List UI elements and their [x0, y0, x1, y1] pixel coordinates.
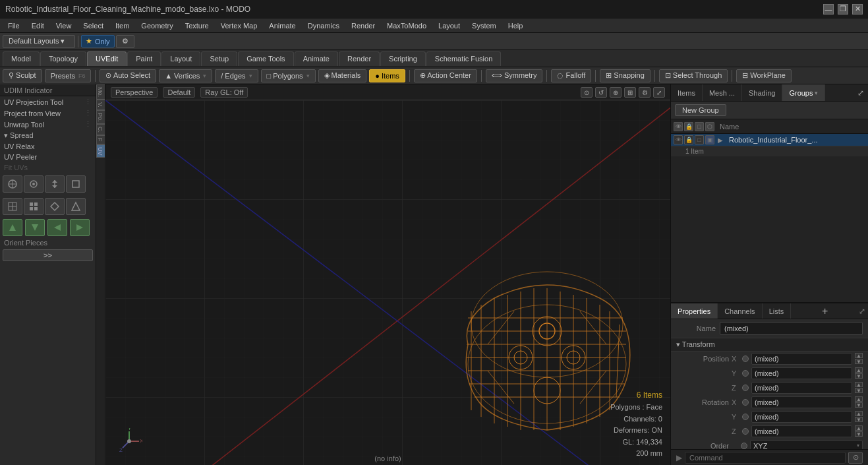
presets-btn[interactable]: PresetsF6: [45, 69, 92, 82]
vp-label-raygl[interactable]: Ray GL: Off: [200, 87, 248, 98]
only-indicator[interactable]: ★Only: [81, 35, 115, 47]
mode-tab-setup[interactable]: Setup: [201, 51, 237, 66]
materials-btn[interactable]: ◈ Materials: [318, 69, 367, 82]
menu-item-geometry[interactable]: Geometry: [136, 20, 178, 31]
uv-projection-tool[interactable]: UV Projection Tool ⋮: [0, 96, 96, 108]
rot-x-input[interactable]: [751, 396, 852, 408]
rot-x-down[interactable]: ▼: [855, 402, 863, 408]
tab-mesh[interactable]: Mesh ...: [703, 84, 742, 101]
item-icon-eye[interactable]: 👁: [674, 135, 683, 144]
rot-y-input[interactable]: [751, 411, 852, 423]
col-icon-mesh[interactable]: ⬡: [705, 122, 714, 131]
vp-label-perspective[interactable]: Perspective: [111, 87, 158, 98]
side-label-me[interactable]: Me.: [96, 84, 105, 100]
rot-z-circle[interactable]: [742, 428, 749, 435]
minimize-button[interactable]: —: [823, 4, 834, 15]
prop-add-btn[interactable]: +: [818, 305, 832, 317]
menu-item-vertex-map[interactable]: Vertex Map: [216, 20, 263, 31]
menu-item-texture[interactable]: Texture: [180, 20, 214, 31]
rot-y-circle[interactable]: [742, 414, 749, 420]
action-center-btn[interactable]: ⊕ Action Center: [414, 69, 477, 82]
order-circle[interactable]: [741, 443, 747, 449]
pos-x-circle[interactable]: [742, 356, 749, 362]
pos-x-down[interactable]: ▼: [855, 359, 863, 364]
prop-expand-btn[interactable]: ⤢: [859, 307, 865, 316]
tab-groups[interactable]: Groups ▾: [782, 84, 825, 101]
side-label-f[interactable]: F: [96, 135, 105, 144]
arrow-right-btn[interactable]: [70, 219, 90, 236]
rot-z-down[interactable]: ▼: [855, 431, 863, 437]
pos-z-down[interactable]: ▼: [855, 388, 863, 393]
mode-tab-topology[interactable]: Topology: [40, 51, 86, 66]
transform-header[interactable]: ▾ Transform: [671, 338, 868, 352]
icon-btn-5[interactable]: [3, 198, 22, 215]
mode-tab-layout[interactable]: Layout: [161, 51, 200, 66]
side-label-v[interactable]: V.: [96, 100, 105, 110]
mode-tab-game-tools[interactable]: Game Tools: [238, 51, 294, 66]
mode-tab-uvedit[interactable]: UVEdit: [87, 51, 127, 66]
arrow-down-btn[interactable]: [25, 219, 45, 236]
pos-y-circle[interactable]: [742, 370, 749, 377]
rot-x-up[interactable]: ▲: [855, 396, 863, 402]
pos-z-up[interactable]: ▲: [855, 382, 863, 387]
side-label-uv[interactable]: UV: [96, 144, 105, 158]
close-button[interactable]: ✕: [852, 4, 863, 15]
items-btn[interactable]: ● Items: [369, 69, 405, 82]
pos-y-up[interactable]: ▲: [855, 367, 863, 373]
prop-tab-channels[interactable]: Channels: [718, 303, 762, 319]
menu-item-maxtomodo[interactable]: MaxToModo: [382, 20, 432, 31]
menu-item-layout[interactable]: Layout: [433, 20, 465, 31]
pos-z-circle[interactable]: [742, 385, 749, 391]
mode-tab-schematic-fusion[interactable]: Schematic Fusion: [426, 51, 501, 66]
fit-uvs[interactable]: Fit UVs: [0, 162, 96, 173]
new-group-button[interactable]: New Group: [675, 104, 726, 116]
mode-tab-paint[interactable]: Paint: [127, 51, 161, 66]
mode-tab-render[interactable]: Render: [339, 51, 380, 66]
cmd-go-btn[interactable]: ⊙: [848, 452, 863, 464]
col-icon-lock[interactable]: 🔒: [684, 122, 693, 131]
pos-y-input[interactable]: [751, 367, 852, 379]
rp-expand-btn[interactable]: ⤢: [854, 87, 868, 99]
menu-item-system[interactable]: System: [467, 20, 502, 31]
symmetry-btn[interactable]: ⟺ Symmetry: [486, 69, 543, 82]
left-bottom-btn[interactable]: >>: [3, 249, 93, 261]
vp-icon-zoom[interactable]: ⊕: [610, 87, 622, 98]
menu-item-dynamics[interactable]: Dynamics: [303, 20, 345, 31]
maximize-button[interactable]: ❐: [838, 4, 848, 15]
order-select[interactable]: XYZ ▾: [750, 440, 863, 450]
vp-icon-expand[interactable]: ⤢: [653, 87, 665, 98]
polygons-btn[interactable]: □ Polygons▾: [261, 69, 316, 82]
spread-item[interactable]: ▾ Spread: [0, 130, 96, 141]
settings-btn[interactable]: ⚙: [116, 35, 134, 48]
edges-btn[interactable]: / Edges▾: [215, 69, 258, 82]
icon-btn-2[interactable]: [24, 175, 43, 193]
icon-btn-3[interactable]: [45, 175, 65, 193]
vertices-btn[interactable]: ▲ Vertices▾: [159, 69, 212, 82]
item-expand-arrow[interactable]: ▶: [716, 137, 724, 144]
menu-item-animate[interactable]: Animate: [264, 20, 301, 31]
menu-item-item[interactable]: Item: [110, 20, 134, 31]
side-label-c[interactable]: C.: [96, 124, 105, 135]
rot-x-circle[interactable]: [742, 399, 749, 406]
icon-btn-4[interactable]: [66, 175, 86, 193]
vp-icon-camera[interactable]: ⊙: [581, 87, 593, 98]
rot-y-down[interactable]: ▼: [855, 417, 863, 422]
pos-x-input[interactable]: [751, 353, 852, 365]
arrow-left-btn[interactable]: [47, 219, 67, 236]
rot-z-input[interactable]: [751, 425, 852, 437]
vp-icon-grid[interactable]: ⊞: [624, 87, 636, 98]
menu-item-render[interactable]: Render: [346, 20, 380, 31]
icon-btn-8[interactable]: [66, 198, 86, 215]
pos-z-input[interactable]: [751, 382, 852, 394]
auto-select-btn[interactable]: ⊙ Auto Select: [100, 69, 156, 82]
pos-x-up[interactable]: ▲: [855, 353, 863, 358]
pos-y-down[interactable]: ▼: [855, 373, 863, 379]
item-icon-box[interactable]: □: [695, 135, 704, 144]
snapping-btn[interactable]: ⊞ Snapping: [600, 69, 651, 82]
vp-icon-settings[interactable]: ⚙: [639, 87, 651, 98]
sculpt-btn[interactable]: ⚲ Sculpt: [3, 69, 42, 82]
tab-shading[interactable]: Shading: [742, 84, 782, 101]
tab-items[interactable]: Items: [671, 84, 703, 101]
icon-btn-7[interactable]: [45, 198, 65, 215]
falloff-btn[interactable]: ◌ Falloff: [551, 69, 591, 82]
